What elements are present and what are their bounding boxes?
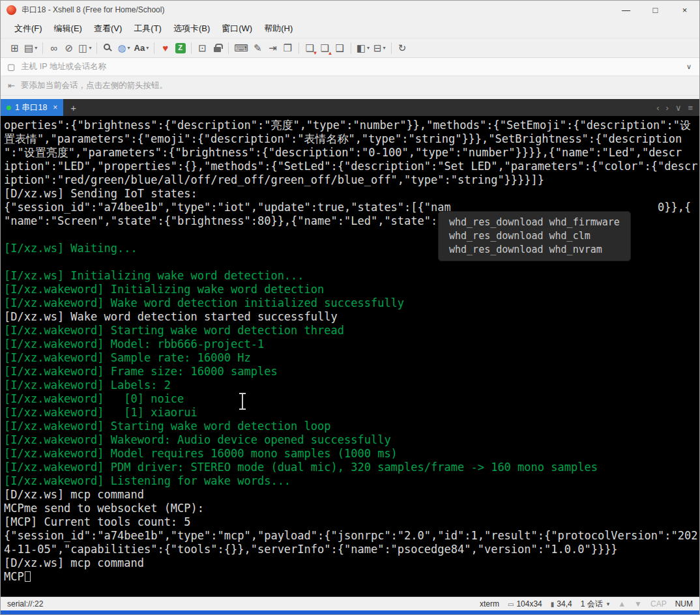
menu-window[interactable]: 窗口(W)	[216, 20, 258, 37]
sync-input-icon-glyph: ↻	[398, 43, 407, 53]
toolbar-separator	[96, 42, 97, 54]
zmodem-icon-glyph: Z	[175, 43, 186, 53]
dropdown-caret-icon: ▾	[35, 45, 37, 51]
tile-vertical-icon[interactable]: ◧▾	[355, 40, 372, 56]
font-size-icon-glyph: Aa	[134, 44, 145, 52]
dropdown-caret-icon: ▾	[146, 45, 149, 51]
fullscreen-icon[interactable]: ⊡	[195, 40, 210, 56]
zmodem-icon[interactable]: Z	[173, 40, 188, 56]
virtual-keyboard-icon[interactable]: ⌨	[232, 40, 250, 56]
encoding-icon[interactable]: ◍▾	[115, 40, 132, 56]
find-icon[interactable]	[100, 40, 115, 56]
window-controls: — □ ×	[611, 1, 699, 19]
encoding-icon-glyph: ◍	[117, 43, 126, 53]
tab-serial-18[interactable]: 1 串口18 ×	[1, 99, 63, 116]
caps-lock-indicator: CAP	[650, 599, 667, 608]
download-file-icon[interactable]: ❏▴	[317, 40, 332, 56]
status-screen-size: ▭104x34	[508, 599, 542, 608]
address-dropdown-icon[interactable]: ∨	[686, 63, 693, 71]
scroll-down-icon[interactable]: ▼	[634, 599, 642, 608]
host-icon: ▢	[7, 62, 15, 72]
terminal-line: 4-11-05","capabilities":{"tools":{}},"se…	[4, 543, 699, 556]
terminal-line: 置表情","parameters":{"emoji":{"description…	[4, 132, 699, 146]
autocomplete-item[interactable]: whd_res_download whd_nvram	[449, 243, 620, 257]
send-text-icon[interactable]: ⇥	[265, 40, 280, 56]
duplicate-session-icon[interactable]: ◫▾	[76, 40, 93, 56]
window-title: 串口18 - Xshell 8 (Free for Home/School)	[22, 5, 164, 16]
close-button[interactable]: ×	[670, 1, 699, 19]
send-all-sessions-icon[interactable]: ❐	[280, 40, 295, 56]
scroll-tabs-left-icon[interactable]: ‹	[656, 103, 659, 113]
transfer-queue-icon[interactable]: ❑	[332, 40, 347, 56]
terminal-line: [I/xz.wakeword] Starting wake word detec…	[4, 324, 699, 337]
status-session-count-label: 1 会话	[581, 599, 603, 610]
lock-screen-icon[interactable]	[210, 40, 225, 56]
menu-edit[interactable]: 编辑(E)	[48, 20, 88, 37]
terminal-output: operties":{"brightness":{"description":"…	[4, 119, 699, 584]
scroll-up-icon[interactable]: ▲	[618, 599, 626, 608]
lock-glyph	[214, 47, 221, 52]
dropdown-caret-icon: ▾	[89, 45, 91, 51]
dropdown-caret-icon: ▾	[128, 45, 130, 51]
tab-menu-icon[interactable]: ≡	[688, 103, 693, 113]
connection-info: serial://:22	[7, 599, 43, 608]
magnifier-glyph	[104, 44, 110, 50]
status-screen-size-label: 104x34	[516, 599, 542, 608]
add-session-arrow-icon[interactable]: ⇤	[8, 81, 15, 91]
status-right-items: xterm▭104x34▮34,41 会话▾▲▼CAPNUM	[480, 599, 693, 610]
virtual-keyboard-icon-glyph: ⌨	[234, 43, 248, 53]
new-file-transfer-icon[interactable]: ❏▾	[302, 40, 317, 56]
tab-list-icon[interactable]: ∨	[675, 103, 682, 113]
font-size-icon[interactable]: Aa▾	[132, 40, 151, 56]
terminal-line: [I/xz.wakeword] Wake word detection init…	[4, 296, 699, 310]
transfer-queue-icon-glyph: ❑	[336, 43, 344, 53]
compose-icon[interactable]: ✎	[250, 40, 265, 56]
dropdown-caret-icon: ▾	[383, 45, 386, 51]
terminal-line: iption":"LED","properties":{},"methods":…	[4, 160, 699, 173]
terminal-line: MCP	[4, 570, 699, 584]
menu-tools[interactable]: 工具(T)	[128, 20, 168, 37]
menu-help[interactable]: 帮助(H)	[258, 20, 299, 37]
menu-tabs[interactable]: 选项卡(B)	[168, 20, 216, 37]
open-session-icon[interactable]: ▤▾	[22, 40, 39, 56]
xagent-icon-glyph: ♥	[162, 43, 168, 53]
terminal-line: ":"设置亮度","parameters":{"brightness":{"de…	[4, 146, 699, 160]
tab-close-icon[interactable]: ×	[53, 103, 57, 112]
reconnect-icon[interactable]: ∞	[46, 40, 61, 56]
new-tab-button[interactable]: +	[63, 102, 83, 113]
minimize-button[interactable]: —	[611, 1, 641, 19]
num-lock-indicator: NUM	[675, 599, 693, 608]
title-bar: 串口18 - Xshell 8 (Free for Home/School) —…	[1, 1, 699, 19]
caps-lock-indicator-label: CAP	[650, 599, 667, 608]
autocomplete-popup: whd_res_download whd_firmwarewhd_res_dow…	[438, 211, 631, 261]
address-bar[interactable]: ▢ 主机 IP 地址或会话名称 ∨	[1, 58, 699, 76]
terminal-cursor	[25, 571, 31, 582]
address-input[interactable]: 主机 IP 地址或会话名称	[21, 61, 106, 72]
terminal-line: [D/xz.ws] mcp command	[4, 488, 699, 502]
sync-input-icon[interactable]: ↻	[395, 40, 410, 56]
toolbar-separator	[391, 42, 392, 54]
maximize-button[interactable]: □	[641, 1, 670, 19]
open-session-icon-glyph: ▤	[24, 43, 33, 53]
status-cursor-position-icon: ▮	[551, 601, 555, 608]
terminal-line: operties":{"brightness":{"description":"…	[4, 119, 699, 132]
tile-vertical-icon-glyph: ◧	[357, 43, 366, 53]
terminal-line: {"session_id":"a74bee1b","type":"mcp","p…	[4, 529, 699, 543]
disconnect-icon[interactable]: ⊘	[61, 40, 76, 56]
send-all-sessions-icon-glyph: ❐	[284, 43, 292, 53]
new-file-transfer-icon-badge: ▾	[314, 50, 317, 56]
terminal-line: [I/xz.wakeword] Sample rate: 16000 Hz	[4, 351, 699, 365]
scroll-tabs-right-icon[interactable]: ›	[666, 103, 669, 113]
autocomplete-item[interactable]: whd_res_download whd_clm	[449, 229, 620, 243]
tile-horizontal-icon[interactable]: ⊟▾	[372, 40, 388, 56]
status-session-count[interactable]: 1 会话▾	[581, 599, 610, 610]
terminal-screen[interactable]: operties":{"brightness":{"description":"…	[1, 116, 699, 597]
xagent-icon[interactable]: ♥	[158, 40, 173, 56]
menu-file[interactable]: 文件(F)	[8, 20, 48, 37]
terminal-line: [I/xz.wakeword] Initializing wake word d…	[4, 283, 699, 296]
autocomplete-item[interactable]: whd_res_download whd_firmware	[449, 216, 620, 229]
new-file-transfer-icon-glyph: ❏	[306, 43, 314, 53]
status-screen-size-icon: ▭	[508, 601, 514, 608]
new-session-icon[interactable]: ⊞	[7, 40, 22, 56]
menu-view[interactable]: 查看(V)	[88, 20, 128, 37]
